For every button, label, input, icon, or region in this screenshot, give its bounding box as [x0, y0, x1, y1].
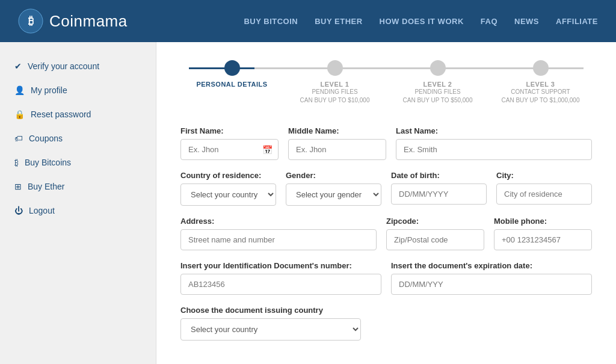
step-label-1: PERSONAL DETAILS	[196, 81, 267, 88]
form-group-issuing-country: Choose the document issuing country Sele…	[180, 306, 361, 341]
sidebar: ✔ Verify your account 👤 My profile 🔒 Res…	[0, 42, 156, 364]
first-name-input[interactable]	[180, 139, 279, 160]
form-row-details: Country of residence: Select your countr…	[180, 171, 592, 206]
id-doc-input[interactable]	[180, 274, 381, 295]
sidebar-label-reset-password: Reset password	[31, 110, 91, 119]
dob-label: Date of birth:	[391, 171, 487, 180]
first-name-input-wrapper: 📅	[180, 139, 279, 160]
personal-details-form: First Name: 📅 Middle Name: Last Name:	[180, 126, 592, 341]
form-group-middle-name: Middle Name:	[288, 126, 386, 160]
step-sublabel-4b: CAN BUY UP TO $1,000,000	[502, 96, 580, 105]
dob-input[interactable]	[391, 184, 487, 205]
layout: ✔ Verify your account 👤 My profile 🔒 Res…	[0, 42, 616, 364]
mobile-label: Mobile phone:	[494, 217, 592, 226]
svg-text:₿: ₿	[28, 15, 34, 27]
country-select[interactable]: Select your country	[180, 184, 276, 206]
person-icon: 👤	[14, 85, 25, 95]
logo-text: Coinmama	[49, 12, 128, 31]
id-expiry-input[interactable]	[391, 274, 592, 295]
nav-news[interactable]: NEWS	[514, 17, 539, 26]
sidebar-item-logout[interactable]: ⏻ Logout	[0, 199, 156, 223]
middle-name-label: Middle Name:	[288, 126, 386, 135]
form-group-dob: Date of birth:	[391, 171, 487, 206]
sidebar-label-coupons: Coupons	[29, 134, 63, 143]
form-row-address: Address: Zipcode: Mobile phone:	[180, 217, 592, 250]
step-sublabel-3b: CAN BUY UP TO $50,000	[403, 96, 473, 105]
nav-buy-bitcoin[interactable]: BUY BITCOIN	[244, 17, 298, 26]
step-label-2: LEVEL 1	[321, 81, 350, 88]
form-group-country: Country of residence: Select your countr…	[180, 171, 276, 206]
form-group-id-expiry: Insert the document's expiration date:	[391, 261, 592, 295]
step-sublabel-2b: CAN BUY UP TO $10,000	[300, 96, 370, 105]
sidebar-item-coupons[interactable]: 🏷 Coupons	[0, 126, 156, 150]
step-level2: LEVEL 2 PENDING FILES CAN BUY UP TO $50,…	[386, 60, 489, 105]
sidebar-label-logout: Logout	[29, 206, 55, 215]
step-level3: LEVEL 3 CONTACT SUPPORT CAN BUY UP TO $1…	[489, 60, 592, 105]
step-circle-1	[224, 60, 240, 76]
check-icon: ✔	[14, 61, 22, 71]
form-row-names: First Name: 📅 Middle Name: Last Name:	[180, 126, 592, 160]
tag-icon: 🏷	[14, 134, 23, 143]
step-circle-2	[327, 60, 343, 76]
form-group-first-name: First Name: 📅	[180, 126, 279, 160]
form-group-last-name: Last Name:	[396, 126, 592, 160]
city-label: City:	[496, 171, 592, 180]
form-group-city: City:	[496, 171, 592, 206]
header: ₿ Coinmama BUY BITCOIN BUY ETHER HOW DOE…	[0, 0, 616, 42]
ether-icon: ⊞	[14, 182, 22, 191]
issuing-country-label: Choose the document issuing country	[180, 306, 361, 315]
main-nav: BUY BITCOIN BUY ETHER HOW DOES IT WORK F…	[244, 17, 598, 26]
form-group-zipcode: Zipcode:	[386, 217, 484, 250]
step-circle-3	[430, 60, 446, 76]
form-row-id: Insert your Identification Document's nu…	[180, 261, 592, 295]
nav-faq[interactable]: FAQ	[481, 17, 497, 26]
step-label-3: LEVEL 2	[424, 81, 452, 88]
issuing-country-select[interactable]: Select your country	[180, 318, 361, 341]
sidebar-item-verify-account[interactable]: ✔ Verify your account	[0, 54, 156, 78]
nav-affiliate[interactable]: AFFILIATE	[556, 17, 598, 26]
address-input[interactable]	[180, 229, 377, 250]
sidebar-label-my-profile: My profile	[31, 85, 67, 95]
logo-light: mama	[82, 12, 127, 30]
sidebar-label-buy-ether: Buy Ether	[28, 182, 64, 191]
mobile-input[interactable]	[494, 229, 592, 250]
step-label-4: LEVEL 3	[526, 81, 555, 88]
step-sublabel-4a: CONTACT SUPPORT	[511, 88, 570, 96]
sidebar-item-buy-ether[interactable]: ⊞ Buy Ether	[0, 174, 156, 199]
form-group-id-doc: Insert your Identification Document's nu…	[180, 261, 381, 295]
sidebar-item-buy-bitcoins[interactable]: ₿ Buy Bitcoins	[0, 150, 156, 174]
step-level1: LEVEL 1 PENDING FILES CAN BUY UP TO $10,…	[283, 60, 386, 105]
last-name-input[interactable]	[396, 139, 592, 160]
progress-bar: PERSONAL DETAILS LEVEL 1 PENDING FILES C…	[180, 60, 592, 105]
step-personal-details: PERSONAL DETAILS	[180, 60, 283, 88]
sidebar-item-my-profile[interactable]: 👤 My profile	[0, 78, 156, 102]
sidebar-label-buy-bitcoins: Buy Bitcoins	[25, 158, 71, 167]
last-name-label: Last Name:	[396, 126, 592, 135]
logo-icon: ₿	[18, 8, 43, 34]
zipcode-input[interactable]	[386, 229, 484, 250]
gender-select[interactable]: Select your gender	[286, 184, 381, 206]
id-doc-label: Insert your Identification Document's nu…	[180, 261, 381, 270]
lock-icon: 🔒	[14, 110, 25, 119]
logo-area: ₿ Coinmama	[18, 8, 244, 34]
first-name-label: First Name:	[180, 126, 279, 135]
id-expiry-label: Insert the document's expiration date:	[391, 261, 592, 270]
step-sublabel-2a: PENDING FILES	[312, 88, 357, 96]
sidebar-label-verify-account: Verify your account	[28, 61, 99, 71]
middle-name-input[interactable]	[288, 139, 386, 160]
bitcoin-icon: ₿	[14, 158, 19, 167]
nav-buy-ether[interactable]: BUY ETHER	[315, 17, 362, 26]
step-sublabel-3a: PENDING FILES	[414, 88, 460, 96]
main-content: PERSONAL DETAILS LEVEL 1 PENDING FILES C…	[156, 42, 616, 364]
form-group-mobile: Mobile phone:	[494, 217, 592, 250]
gender-label: Gender:	[286, 171, 381, 180]
country-label: Country of residence:	[180, 171, 276, 180]
zipcode-label: Zipcode:	[386, 217, 484, 226]
logo-bold: Coin	[49, 12, 82, 30]
nav-how-does-it-work[interactable]: HOW DOES IT WORK	[380, 17, 464, 26]
sidebar-item-reset-password[interactable]: 🔒 Reset password	[0, 102, 156, 126]
city-input[interactable]	[496, 184, 592, 205]
form-group-address: Address:	[180, 217, 377, 250]
step-circle-4	[533, 60, 549, 76]
logout-icon: ⏻	[14, 206, 23, 215]
